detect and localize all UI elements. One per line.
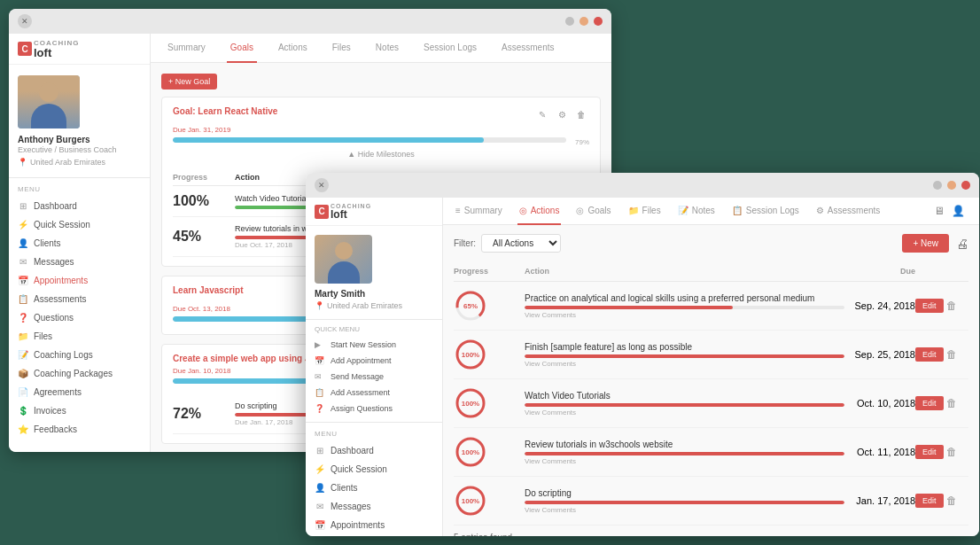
action-btns-2: Edit 🗑 [915, 347, 964, 362]
view-comments-5[interactable]: View Comments [525, 506, 844, 514]
qm-add-appointment[interactable]: 📅 Add Appointment [315, 353, 433, 369]
new-goal-container: + New Goal [161, 74, 601, 90]
edit-btn-1[interactable]: Edit [915, 299, 944, 313]
del-icon-4[interactable]: 🗑 [946, 446, 957, 458]
coachinglogs-label: Coaching Logs [34, 350, 93, 360]
goal-title-2: Learn Javascript [173, 285, 244, 295]
sidebar-item-packages[interactable]: 📦 Coaching Packages [9, 364, 150, 383]
view-comments-2[interactable]: View Comments [525, 360, 844, 368]
action-bar-row5 [525, 501, 844, 504]
sb2-dashboard-icon: ⊞ [315, 446, 325, 455]
sb2-quicksession[interactable]: ⚡ Quick Session [306, 460, 442, 479]
tab-notes-2[interactable]: 📝 Notes [676, 198, 717, 225]
sb2-dashboard[interactable]: ⊞ Dashboard [306, 441, 442, 460]
sidebar-item-files[interactable]: 📁 Files [9, 327, 150, 346]
user-icon[interactable]: 👤 [952, 205, 965, 217]
actions-tab-icon: ◎ [519, 206, 527, 215]
print-icon[interactable]: 🖨 [956, 237, 968, 251]
sidebar-profile-1: Anthony Burgers Executive / Business Coa… [9, 65, 150, 178]
titlebar-1: ✕ [9, 9, 611, 34]
logo-c-2: C [315, 205, 329, 219]
del-icon-1[interactable]: 🗑 [946, 300, 957, 312]
close-btn-2[interactable]: ✕ [315, 178, 329, 192]
tab-actions-2[interactable]: ◎ Actions [517, 198, 562, 225]
circle-4: 100% [454, 435, 487, 469]
dot-gray-2 [933, 181, 942, 190]
tab-files-2[interactable]: 📁 Files [626, 198, 663, 225]
tab-files-1[interactable]: Files [329, 34, 354, 63]
action-row-1: 65% Practice on analytical and logical s… [454, 282, 968, 331]
tab-assessments-2[interactable]: ⚙ Assessments [814, 198, 882, 225]
percent-big-2: 45% [173, 229, 235, 245]
edit-btn-2[interactable]: Edit [915, 347, 944, 362]
sidebar-item-invoices[interactable]: 💲 Invoices [9, 401, 150, 420]
add-appointment-icon: 📅 [315, 356, 325, 365]
monitor-icon[interactable]: 🖥 [934, 205, 945, 217]
tab-sessionlogs-2[interactable]: 📋 Session Logs [730, 198, 801, 225]
circle-text-4: 100% [462, 448, 479, 456]
table-controls: + New 🖨 [902, 234, 968, 253]
delete-icon-1[interactable]: 🗑 [573, 106, 589, 122]
new-goal-button[interactable]: + New Goal [161, 74, 217, 90]
del-icon-3[interactable]: 🗑 [946, 397, 957, 409]
dot-orange-2 [947, 181, 956, 190]
qm-send-message[interactable]: ✉ Send Message [315, 369, 433, 385]
dot-gray-1 [565, 17, 574, 26]
send-message-label: Send Message [331, 372, 384, 381]
qm-add-assessment[interactable]: 📋 Add Assessment [315, 385, 433, 401]
qm-start-session[interactable]: ▶ Start New Session [315, 337, 433, 353]
tab-goals-2[interactable]: ◎ Goals [574, 198, 612, 225]
sidebar-item-quicksession[interactable]: ⚡ Quick Session [9, 215, 150, 234]
tab-actions-1[interactable]: Actions [275, 34, 311, 63]
sidebar-item-questions[interactable]: ❓ Questions [9, 308, 150, 327]
quick-menu-title: QUICK MENU [315, 325, 433, 333]
new-action-button[interactable]: + New [902, 234, 949, 253]
tab-sessionlogs-1[interactable]: Session Logs [420, 34, 480, 63]
tab-summary-2[interactable]: ≡ Summary [454, 198, 504, 225]
profile-name-1: Anthony Burgers [18, 134, 141, 145]
sidebar-item-feedbacks[interactable]: ⭐ Feedbacks [9, 420, 150, 439]
edit-btn-3[interactable]: Edit [915, 396, 944, 410]
goal-date-1: Due Jan. 31, 2019 [173, 126, 589, 134]
filter-select[interactable]: All Actions Pending Completed In Progres… [481, 234, 561, 253]
view-comments-1[interactable]: View Comments [525, 311, 844, 319]
view-comments-3[interactable]: View Comments [525, 409, 844, 417]
edit-icon-1[interactable]: ✎ [534, 106, 550, 122]
hide-milestones-1[interactable]: ▲ Hide Milestones [173, 146, 589, 162]
sb2-assessments[interactable]: 📋 Assessments [306, 534, 442, 536]
sidebar-item-agreements[interactable]: 📄 Agreements [9, 383, 150, 401]
qm-assign-questions[interactable]: ❓ Assign Questions [315, 401, 433, 417]
sidebar-item-clients[interactable]: 👤 Clients [9, 234, 150, 253]
circle-text-3: 100% [462, 400, 479, 408]
notes-tab-icon: 📝 [678, 206, 688, 215]
action-title-2: Finish [sample feature] as long as possi… [525, 342, 844, 352]
sidebar-section-2: MENU [306, 423, 442, 441]
add-appointment-label: Add Appointment [331, 356, 392, 365]
entries-count: 5 entries found. [454, 526, 968, 536]
sidebar-item-assessments[interactable]: 📋 Assessments [9, 290, 150, 308]
settings-icon-1[interactable]: ⚙ [554, 106, 570, 122]
due-4: Oct. 11, 2018 [844, 447, 915, 457]
view-comments-4[interactable]: View Comments [525, 457, 844, 465]
sb2-appointments[interactable]: 📅 Appointments [306, 516, 442, 534]
close-btn-1[interactable]: ✕ [18, 14, 32, 28]
dot-orange-1 [579, 17, 588, 26]
agreements-label: Agreements [34, 387, 82, 397]
sidebar-item-coachinglogs[interactable]: 📝 Coaching Logs [9, 346, 150, 364]
tab-notes-1[interactable]: Notes [372, 34, 402, 63]
sidebar-item-messages[interactable]: ✉ Messages [9, 253, 150, 271]
sb2-clients[interactable]: 👤 Clients [306, 479, 442, 497]
sidebar-item-dashboard[interactable]: ⊞ Dashboard [9, 197, 150, 215]
tab-goals-1[interactable]: Goals [227, 34, 257, 63]
action-bar-row3 [525, 403, 844, 407]
edit-btn-4[interactable]: Edit [915, 445, 944, 459]
sb2-messages[interactable]: ✉ Messages [306, 497, 442, 516]
edit-btn-5[interactable]: Edit [915, 494, 944, 508]
actions-tab-label: Actions [531, 206, 560, 215]
del-icon-5[interactable]: 🗑 [946, 494, 957, 507]
tab-summary-1[interactable]: Summary [164, 34, 209, 63]
tab-assessments-1[interactable]: Assessments [498, 34, 557, 63]
circle-2: 100% [454, 338, 487, 371]
sidebar-item-appointments[interactable]: 📅 Appointments [9, 271, 150, 290]
del-icon-2[interactable]: 🗑 [946, 348, 957, 361]
